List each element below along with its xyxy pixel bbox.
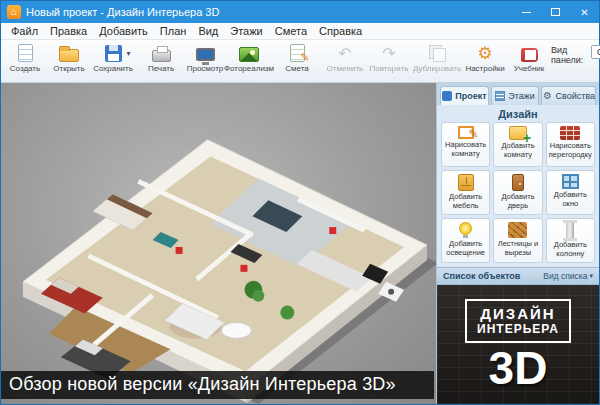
minimize-icon: [522, 12, 531, 13]
add-room-icon: [509, 126, 527, 140]
menu-item-estimate[interactable]: Смета: [269, 23, 313, 39]
bathtub[interactable]: [221, 323, 251, 339]
furniture-icon: [458, 174, 474, 191]
brick-wall-icon: [560, 126, 580, 140]
new-project-button[interactable]: Создать: [3, 42, 47, 82]
menu-item-plan[interactable]: План: [154, 23, 193, 39]
tab-project[interactable]: Проект: [440, 86, 489, 105]
draw-partition-button[interactable]: Нарисовать перегородку: [546, 122, 595, 167]
estimate-icon: [290, 44, 305, 62]
maximize-icon: [551, 8, 560, 16]
add-furniture-button[interactable]: Добавить мебель: [441, 170, 490, 215]
app-icon: [7, 5, 21, 19]
save-button[interactable]: Сохранить: [91, 42, 135, 82]
column-icon: [566, 222, 574, 239]
video-caption: Обзор новой версии «Дизайн Интерьера 3D»: [1, 371, 434, 399]
floor-plan-3d-view[interactable]: [1, 83, 436, 404]
undo-button[interactable]: Отменить: [323, 42, 367, 82]
menu-item-help[interactable]: Справка: [313, 23, 368, 39]
logo-frame: ДИЗАЙН ИНТЕРЬЕРА: [465, 299, 571, 343]
duplicate-icon: [429, 45, 445, 61]
tab-floors[interactable]: Этажи: [491, 86, 540, 105]
view-list-dropdown[interactable]: Вид списка: [543, 271, 593, 281]
project-tab-icon: [442, 91, 452, 101]
save-dropdown-caret[interactable]: [126, 49, 130, 58]
undo-icon: [338, 43, 351, 63]
menu-item-floors[interactable]: Этажи: [224, 23, 268, 39]
price-marker[interactable]: [240, 265, 247, 272]
monitor-icon: [196, 48, 215, 61]
preview-button[interactable]: Просмотр: [183, 42, 227, 82]
panel-view-select[interactable]: Обычный: [591, 45, 600, 59]
close-button[interactable]: [570, 1, 599, 23]
menu-item-file[interactable]: Файл: [5, 23, 44, 39]
window-title: Новый проект - Дизайн Интерьера 3D: [26, 6, 512, 18]
panel-tabs: Проект Этажи Свойства: [437, 83, 599, 105]
stairs-icon: [508, 222, 527, 238]
menu-bar: Файл Правка Добавить План Вид Этажи Смет…: [1, 23, 599, 40]
gear-icon: [477, 43, 492, 63]
door-icon: [512, 174, 524, 191]
draw-room-button[interactable]: Нарисовать комнату: [441, 122, 490, 167]
menu-item-view[interactable]: Вид: [192, 23, 224, 39]
add-door-button[interactable]: Добавить дверь: [493, 170, 542, 215]
right-panel: Проект Этажи Свойства Дизайн Нарисовать …: [436, 83, 599, 404]
stairs-cutouts-button[interactable]: Лестницы и вырезы: [493, 218, 542, 263]
product-logo: ДИЗАЙН ИНТЕРЬЕРА 3D: [437, 285, 599, 404]
add-column-button[interactable]: Добавить колонну: [546, 218, 595, 263]
redo-icon: [382, 43, 395, 63]
settings-button[interactable]: Настройки: [463, 42, 507, 82]
window-icon: [562, 174, 579, 189]
plant-small[interactable]: [280, 306, 294, 320]
properties-tab-icon: [542, 91, 552, 101]
save-icon: [105, 45, 122, 62]
duplicate-button[interactable]: Дублировать: [415, 42, 459, 82]
price-marker[interactable]: [176, 247, 183, 254]
estimate-button[interactable]: Смета: [275, 42, 319, 82]
redo-button[interactable]: Повторить: [367, 42, 411, 82]
open-button[interactable]: Открыть: [47, 42, 91, 82]
app-window: Новый проект - Дизайн Интерьера 3D Файл …: [0, 0, 600, 405]
plant-large-leaves: [252, 290, 264, 302]
menu-item-add[interactable]: Добавить: [93, 23, 154, 39]
design-section-title: Дизайн: [437, 105, 599, 122]
menu-item-edit[interactable]: Правка: [44, 23, 93, 39]
add-lighting-button[interactable]: Добавить освещение: [441, 218, 490, 263]
printer-icon: [152, 50, 171, 62]
design-buttons-grid: Нарисовать комнату Добавить комнату Нари…: [437, 122, 599, 263]
panel-view-label: Вид панели:: [551, 45, 587, 65]
maximize-button[interactable]: [541, 1, 570, 23]
add-window-button[interactable]: Добавить окно: [546, 170, 595, 215]
price-marker[interactable]: [329, 227, 336, 234]
draw-room-icon: [458, 126, 474, 139]
photo-icon: [239, 47, 259, 62]
toolbar: Создать Открыть Сохранить Печать Просмот…: [1, 40, 599, 83]
viewport-3d[interactable]: Обзор новой версии «Дизайн Интерьера 3D»: [1, 83, 436, 404]
print-button[interactable]: Печать: [139, 42, 183, 82]
new-project-icon: [18, 44, 33, 62]
open-folder-icon: [59, 49, 79, 62]
tutorial-button[interactable]: Учебник: [507, 42, 551, 82]
light-bulb-icon: [459, 222, 472, 235]
minimize-button[interactable]: [512, 1, 541, 23]
add-room-button[interactable]: Добавить комнату: [493, 122, 542, 167]
tab-properties[interactable]: Свойства: [541, 86, 596, 105]
photorealism-button[interactable]: Фотореализм: [227, 42, 271, 82]
titlebar: Новый проект - Дизайн Интерьера 3D: [1, 1, 599, 23]
floors-tab-icon: [495, 91, 505, 101]
objects-list-header: Список объектов Вид списка: [437, 267, 599, 285]
book-icon: [521, 48, 538, 62]
panel-view-control: Вид панели: Обычный: [551, 42, 600, 82]
washing-machine-door: [388, 289, 394, 295]
